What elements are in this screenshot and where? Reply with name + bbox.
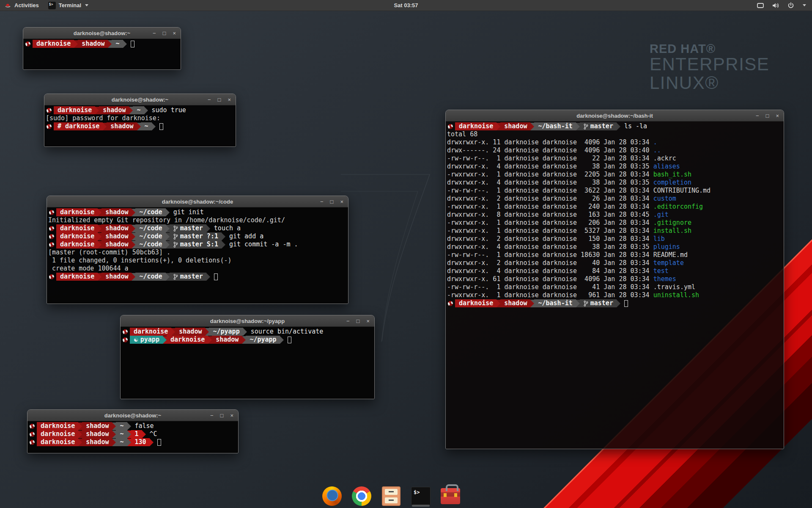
prompt-line: darknoiseshadow~ xyxy=(25,40,179,48)
terminal-body[interactable]: darknoiseshadow~ xyxy=(23,39,181,69)
command-text: ls -la xyxy=(624,122,647,130)
prompt-segment-branch: master xyxy=(580,122,617,130)
powerline-separator-icon xyxy=(74,40,78,48)
close-button[interactable]: × xyxy=(366,318,370,324)
prompt-segment-user: darknoise xyxy=(33,40,74,48)
prompt-segment-user: darknoise xyxy=(54,106,95,114)
close-button[interactable]: × xyxy=(228,97,231,102)
command-text: git commit -a -m . xyxy=(229,240,298,248)
terminal-body[interactable]: darknoiseshadow~/codegit initInitialized… xyxy=(47,207,348,304)
prompt-spiral-icon xyxy=(123,329,128,334)
minimize-button[interactable]: − xyxy=(208,97,211,102)
prompt-segment-user: darknoise xyxy=(37,438,78,446)
minimize-button[interactable]: − xyxy=(346,318,350,324)
powerline-separator-icon xyxy=(208,336,212,344)
powerline-separator-icon xyxy=(163,336,167,344)
powerline-separator-icon xyxy=(166,225,170,232)
maximize-button[interactable]: □ xyxy=(357,318,360,324)
prompt-segment-exit: 130 xyxy=(131,438,150,446)
prompt-line: darknoiseshadow~/codemaster ?:1git add a xyxy=(48,232,347,240)
app-menu-terminal[interactable]: $> Terminal xyxy=(44,0,93,11)
prompt-segment-venv: ☯pyapp xyxy=(130,336,163,344)
window-titlebar[interactable]: darknoise@shadow:~/code −□× xyxy=(47,196,348,207)
close-button[interactable]: × xyxy=(173,30,176,36)
output-line: drwxrwxr-x. 8 darknoise darknoise 163 Ja… xyxy=(447,211,782,219)
terminal-body[interactable]: darknoiseshadow~sudo true[sudo] password… xyxy=(44,105,236,146)
prompt-spiral-icon xyxy=(123,337,128,342)
prompt-line: darknoiseshadow~/pyappsource bin/activat… xyxy=(122,328,373,336)
dock-item-app-grid[interactable] xyxy=(470,486,490,506)
maximize-button[interactable]: □ xyxy=(220,413,224,418)
terminal-body[interactable]: darknoiseshadow~/pyappsource bin/activat… xyxy=(121,327,374,399)
prompt-segment-exit: 1 xyxy=(131,430,142,438)
powerline-separator-icon xyxy=(132,225,135,232)
dock-item-firefox[interactable] xyxy=(322,486,342,506)
git-branch-icon xyxy=(173,234,178,240)
chevron-down-icon xyxy=(85,4,88,6)
output-line: -rwxrwxr-x. 1 darknoise darknoise 2205 J… xyxy=(447,171,782,179)
top-bar: Activities $> Terminal Sat 03:57 xyxy=(0,0,812,11)
git-branch-icon xyxy=(173,226,178,232)
window-titlebar[interactable]: darknoise@shadow:~/pyapp −□× xyxy=(121,315,374,327)
prompt-segment-host: shadow xyxy=(107,122,137,130)
maximize-button[interactable]: □ xyxy=(330,199,334,204)
minimize-button[interactable]: − xyxy=(210,413,214,418)
output-line: drwxrwxr-x. 61 darknoise darknoise 4096 … xyxy=(447,275,782,283)
prompt-spiral-icon xyxy=(49,210,54,215)
maximize-button[interactable]: □ xyxy=(218,97,221,102)
maximize-button[interactable]: □ xyxy=(766,113,769,119)
close-button[interactable]: × xyxy=(230,413,233,418)
minimize-button[interactable]: − xyxy=(320,199,324,204)
minimize-button[interactable]: − xyxy=(756,113,759,119)
close-button[interactable]: × xyxy=(776,113,779,119)
maximize-button[interactable]: □ xyxy=(163,30,166,36)
dock-item-toolbox[interactable] xyxy=(440,486,461,506)
dock: $> xyxy=(322,486,490,506)
window-titlebar[interactable]: darknoise@shadow:~ −□× xyxy=(23,28,181,39)
window-title: darknoise@shadow:~/pyapp xyxy=(210,318,285,324)
powerline-separator-icon xyxy=(108,40,112,48)
prompt-segment-user: darknoise xyxy=(167,336,208,344)
powerline-separator-icon xyxy=(127,439,131,446)
dock-item-chrome[interactable] xyxy=(351,486,372,506)
prompt-segment-branch: master xyxy=(170,273,206,281)
prompt-segment-user: darknoise xyxy=(56,273,98,281)
clock[interactable]: Sat 03:57 xyxy=(394,2,418,8)
terminal-body[interactable]: darknoiseshadow~/bash-itmasterls -latota… xyxy=(446,121,784,449)
output-line: Initialized empty Git repository in /hom… xyxy=(48,216,347,224)
output-line: drwxrwxr-x. 2 darknoise darknoise 40 Jan… xyxy=(447,259,782,267)
terminal-window: darknoise@shadow:~ −□× darknoiseshadow~s… xyxy=(44,94,236,147)
system-status-area[interactable] xyxy=(757,0,812,11)
powerline-separator-icon xyxy=(166,233,170,240)
output-line: -rwxrwxr-x. 1 darknoise darknoise 240 Ja… xyxy=(447,203,782,211)
close-button[interactable]: × xyxy=(340,199,343,204)
prompt-segment-branch: master S:1 xyxy=(170,240,222,248)
prompt-spiral-icon xyxy=(49,274,54,279)
window-titlebar[interactable]: darknoise@shadow:~ −□× xyxy=(44,94,236,105)
prompt-segment-host: shadow xyxy=(102,208,132,216)
dock-item-terminal[interactable]: $> xyxy=(411,486,431,506)
powerline-separator-icon xyxy=(132,209,135,216)
dock-item-files[interactable] xyxy=(381,486,401,506)
prompt-line: darknoiseshadow~sudo true xyxy=(46,106,234,114)
prompt-segment-path: ~/code xyxy=(135,273,165,281)
prompt-line: darknoiseshadow~130 xyxy=(29,438,237,446)
powerline-separator-icon xyxy=(280,336,284,344)
prompt-segment-user: darknoise xyxy=(56,240,98,248)
output-line: drwxrwxr-x. 2 darknoise darknoise 26 Jan… xyxy=(447,195,782,203)
powerline-separator-icon xyxy=(78,422,82,430)
prompt-segment-path: ~/code xyxy=(135,208,165,216)
activities-button[interactable]: Activities xyxy=(0,0,44,11)
powerline-separator-icon xyxy=(112,439,116,446)
powerline-separator-icon xyxy=(242,336,246,344)
prompt-spiral-icon xyxy=(30,440,35,445)
prompt-segment-host: shadow xyxy=(212,336,242,344)
prompt-line: ☯pyappdarknoiseshadow~/pyapp xyxy=(122,336,373,344)
powerline-separator-icon xyxy=(98,225,102,232)
terminal-body[interactable]: darknoiseshadow~falsedarknoiseshadow~1^C… xyxy=(27,421,238,453)
output-line: [master (root-commit) 50bcb63] . xyxy=(48,248,347,257)
window-titlebar[interactable]: darknoise@shadow:~ −□× xyxy=(27,410,238,421)
minimize-button[interactable]: − xyxy=(153,30,156,36)
window-titlebar[interactable]: darknoise@shadow:~/bash-it −□× xyxy=(446,110,784,121)
terminal-cursor xyxy=(131,41,134,47)
